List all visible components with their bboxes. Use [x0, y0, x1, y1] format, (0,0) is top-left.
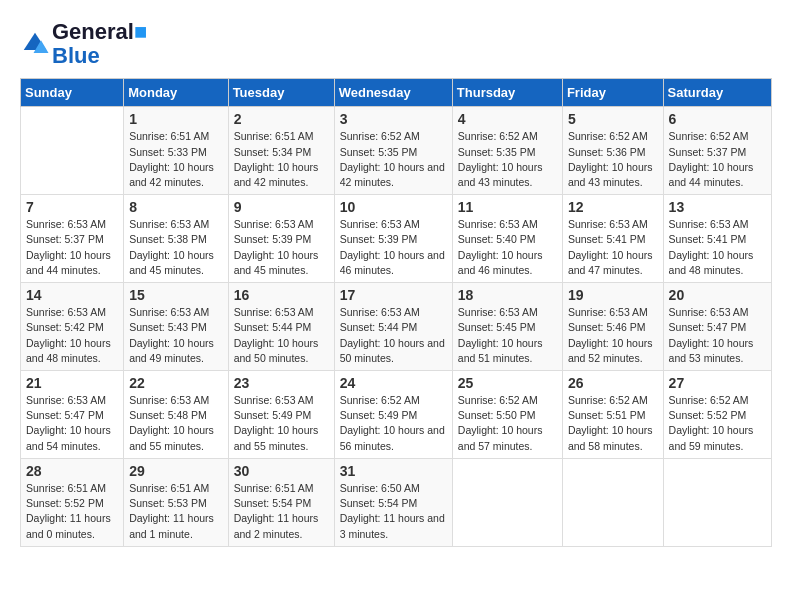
- day-number: 31: [340, 463, 447, 479]
- calendar-cell: 9Sunrise: 6:53 AMSunset: 5:39 PMDaylight…: [228, 195, 334, 283]
- logo-text: General■ Blue: [52, 20, 147, 68]
- day-number: 26: [568, 375, 658, 391]
- day-detail: Sunrise: 6:52 AMSunset: 5:37 PMDaylight:…: [669, 129, 766, 190]
- day-detail: Sunrise: 6:51 AMSunset: 5:54 PMDaylight:…: [234, 481, 329, 542]
- day-number: 8: [129, 199, 222, 215]
- day-number: 24: [340, 375, 447, 391]
- day-header-sunday: Sunday: [21, 79, 124, 107]
- calendar-cell: 27Sunrise: 6:52 AMSunset: 5:52 PMDayligh…: [663, 371, 771, 459]
- calendar-cell: 1Sunrise: 6:51 AMSunset: 5:33 PMDaylight…: [124, 107, 228, 195]
- day-number: 13: [669, 199, 766, 215]
- day-number: 2: [234, 111, 329, 127]
- day-detail: Sunrise: 6:53 AMSunset: 5:47 PMDaylight:…: [26, 393, 118, 454]
- day-detail: Sunrise: 6:53 AMSunset: 5:43 PMDaylight:…: [129, 305, 222, 366]
- day-number: 6: [669, 111, 766, 127]
- day-number: 9: [234, 199, 329, 215]
- calendar-week-4: 21Sunrise: 6:53 AMSunset: 5:47 PMDayligh…: [21, 371, 772, 459]
- day-number: 10: [340, 199, 447, 215]
- calendar-cell: 16Sunrise: 6:53 AMSunset: 5:44 PMDayligh…: [228, 283, 334, 371]
- day-detail: Sunrise: 6:53 AMSunset: 5:45 PMDaylight:…: [458, 305, 557, 366]
- day-number: 4: [458, 111, 557, 127]
- calendar-week-3: 14Sunrise: 6:53 AMSunset: 5:42 PMDayligh…: [21, 283, 772, 371]
- calendar-cell: 8Sunrise: 6:53 AMSunset: 5:38 PMDaylight…: [124, 195, 228, 283]
- calendar-cell: [663, 458, 771, 546]
- day-detail: Sunrise: 6:53 AMSunset: 5:41 PMDaylight:…: [568, 217, 658, 278]
- day-detail: Sunrise: 6:51 AMSunset: 5:52 PMDaylight:…: [26, 481, 118, 542]
- day-header-thursday: Thursday: [452, 79, 562, 107]
- day-number: 30: [234, 463, 329, 479]
- day-number: 17: [340, 287, 447, 303]
- calendar-cell: [452, 458, 562, 546]
- day-number: 16: [234, 287, 329, 303]
- day-number: 22: [129, 375, 222, 391]
- day-header-friday: Friday: [562, 79, 663, 107]
- logo: General■ Blue: [20, 20, 147, 68]
- day-number: 11: [458, 199, 557, 215]
- calendar-cell: 26Sunrise: 6:52 AMSunset: 5:51 PMDayligh…: [562, 371, 663, 459]
- day-number: 23: [234, 375, 329, 391]
- calendar-cell: 20Sunrise: 6:53 AMSunset: 5:47 PMDayligh…: [663, 283, 771, 371]
- calendar-cell: 13Sunrise: 6:53 AMSunset: 5:41 PMDayligh…: [663, 195, 771, 283]
- day-detail: Sunrise: 6:52 AMSunset: 5:35 PMDaylight:…: [458, 129, 557, 190]
- day-number: 12: [568, 199, 658, 215]
- day-number: 3: [340, 111, 447, 127]
- page-header: General■ Blue: [20, 20, 772, 68]
- calendar-cell: 23Sunrise: 6:53 AMSunset: 5:49 PMDayligh…: [228, 371, 334, 459]
- day-detail: Sunrise: 6:51 AMSunset: 5:53 PMDaylight:…: [129, 481, 222, 542]
- day-detail: Sunrise: 6:53 AMSunset: 5:39 PMDaylight:…: [234, 217, 329, 278]
- day-number: 19: [568, 287, 658, 303]
- calendar-cell: 22Sunrise: 6:53 AMSunset: 5:48 PMDayligh…: [124, 371, 228, 459]
- day-detail: Sunrise: 6:50 AMSunset: 5:54 PMDaylight:…: [340, 481, 447, 542]
- calendar-week-1: 1Sunrise: 6:51 AMSunset: 5:33 PMDaylight…: [21, 107, 772, 195]
- calendar-header-row: SundayMondayTuesdayWednesdayThursdayFrid…: [21, 79, 772, 107]
- calendar-cell: 17Sunrise: 6:53 AMSunset: 5:44 PMDayligh…: [334, 283, 452, 371]
- calendar-cell: 18Sunrise: 6:53 AMSunset: 5:45 PMDayligh…: [452, 283, 562, 371]
- calendar-cell: 6Sunrise: 6:52 AMSunset: 5:37 PMDaylight…: [663, 107, 771, 195]
- day-detail: Sunrise: 6:51 AMSunset: 5:34 PMDaylight:…: [234, 129, 329, 190]
- calendar-body: 1Sunrise: 6:51 AMSunset: 5:33 PMDaylight…: [21, 107, 772, 546]
- day-detail: Sunrise: 6:52 AMSunset: 5:36 PMDaylight:…: [568, 129, 658, 190]
- calendar-cell: 10Sunrise: 6:53 AMSunset: 5:39 PMDayligh…: [334, 195, 452, 283]
- day-number: 21: [26, 375, 118, 391]
- calendar-cell: 11Sunrise: 6:53 AMSunset: 5:40 PMDayligh…: [452, 195, 562, 283]
- day-detail: Sunrise: 6:52 AMSunset: 5:35 PMDaylight:…: [340, 129, 447, 190]
- calendar-cell: 29Sunrise: 6:51 AMSunset: 5:53 PMDayligh…: [124, 458, 228, 546]
- day-number: 27: [669, 375, 766, 391]
- calendar-cell: 24Sunrise: 6:52 AMSunset: 5:49 PMDayligh…: [334, 371, 452, 459]
- day-detail: Sunrise: 6:53 AMSunset: 5:48 PMDaylight:…: [129, 393, 222, 454]
- calendar-cell: 19Sunrise: 6:53 AMSunset: 5:46 PMDayligh…: [562, 283, 663, 371]
- day-number: 1: [129, 111, 222, 127]
- day-detail: Sunrise: 6:52 AMSunset: 5:51 PMDaylight:…: [568, 393, 658, 454]
- day-detail: Sunrise: 6:52 AMSunset: 5:52 PMDaylight:…: [669, 393, 766, 454]
- day-header-saturday: Saturday: [663, 79, 771, 107]
- calendar-cell: 30Sunrise: 6:51 AMSunset: 5:54 PMDayligh…: [228, 458, 334, 546]
- calendar-cell: 12Sunrise: 6:53 AMSunset: 5:41 PMDayligh…: [562, 195, 663, 283]
- day-detail: Sunrise: 6:53 AMSunset: 5:44 PMDaylight:…: [340, 305, 447, 366]
- day-detail: Sunrise: 6:53 AMSunset: 5:46 PMDaylight:…: [568, 305, 658, 366]
- calendar-cell: 7Sunrise: 6:53 AMSunset: 5:37 PMDaylight…: [21, 195, 124, 283]
- calendar-week-2: 7Sunrise: 6:53 AMSunset: 5:37 PMDaylight…: [21, 195, 772, 283]
- day-header-monday: Monday: [124, 79, 228, 107]
- day-header-tuesday: Tuesday: [228, 79, 334, 107]
- calendar-cell: [21, 107, 124, 195]
- day-detail: Sunrise: 6:51 AMSunset: 5:33 PMDaylight:…: [129, 129, 222, 190]
- day-header-wednesday: Wednesday: [334, 79, 452, 107]
- day-detail: Sunrise: 6:53 AMSunset: 5:39 PMDaylight:…: [340, 217, 447, 278]
- day-number: 15: [129, 287, 222, 303]
- day-detail: Sunrise: 6:53 AMSunset: 5:42 PMDaylight:…: [26, 305, 118, 366]
- day-detail: Sunrise: 6:53 AMSunset: 5:47 PMDaylight:…: [669, 305, 766, 366]
- calendar-cell: 4Sunrise: 6:52 AMSunset: 5:35 PMDaylight…: [452, 107, 562, 195]
- day-detail: Sunrise: 6:53 AMSunset: 5:49 PMDaylight:…: [234, 393, 329, 454]
- day-detail: Sunrise: 6:53 AMSunset: 5:41 PMDaylight:…: [669, 217, 766, 278]
- calendar-cell: [562, 458, 663, 546]
- day-detail: Sunrise: 6:53 AMSunset: 5:38 PMDaylight:…: [129, 217, 222, 278]
- calendar-cell: 3Sunrise: 6:52 AMSunset: 5:35 PMDaylight…: [334, 107, 452, 195]
- calendar-week-5: 28Sunrise: 6:51 AMSunset: 5:52 PMDayligh…: [21, 458, 772, 546]
- day-number: 25: [458, 375, 557, 391]
- day-number: 14: [26, 287, 118, 303]
- day-number: 5: [568, 111, 658, 127]
- calendar-cell: 5Sunrise: 6:52 AMSunset: 5:36 PMDaylight…: [562, 107, 663, 195]
- day-number: 20: [669, 287, 766, 303]
- calendar-cell: 15Sunrise: 6:53 AMSunset: 5:43 PMDayligh…: [124, 283, 228, 371]
- calendar-cell: 2Sunrise: 6:51 AMSunset: 5:34 PMDaylight…: [228, 107, 334, 195]
